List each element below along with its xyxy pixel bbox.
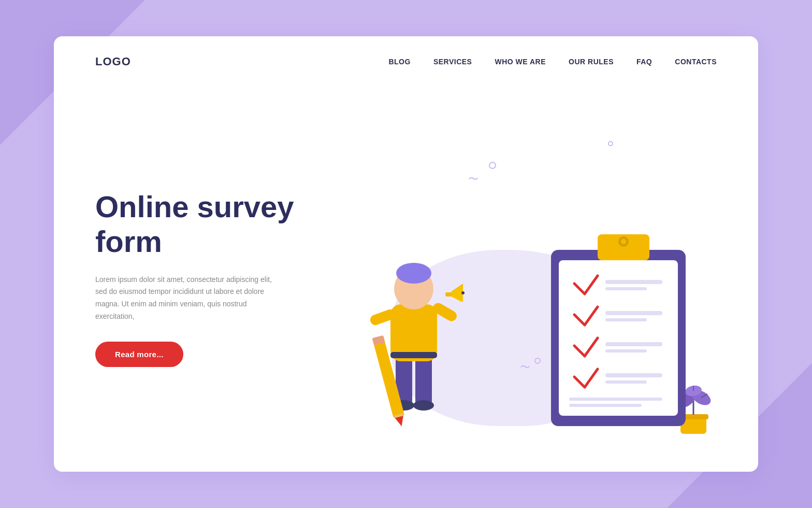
nav-link-faq[interactable]: FAQ bbox=[636, 58, 652, 66]
svg-point-12 bbox=[461, 291, 465, 294]
person-illustration bbox=[354, 211, 468, 429]
nav-item-blog[interactable]: BLOG bbox=[388, 57, 410, 66]
hero-title: Online survey form bbox=[95, 190, 313, 259]
svg-rect-31 bbox=[569, 398, 662, 401]
navbar: LOGO BLOG SERVICES WHO WE ARE OUR RULES … bbox=[54, 36, 758, 68]
svg-rect-29 bbox=[605, 373, 662, 377]
nav-item-our-rules[interactable]: OUR RULES bbox=[569, 57, 614, 66]
deco-circle-2 bbox=[608, 141, 613, 146]
logo: LOGO bbox=[95, 55, 131, 68]
main-card: LOGO BLOG SERVICES WHO WE ARE OUR RULES … bbox=[54, 36, 758, 472]
deco-wave-1: 〜 bbox=[468, 172, 479, 186]
nav-link-who-we-are[interactable]: WHO WE ARE bbox=[495, 58, 546, 66]
svg-rect-32 bbox=[569, 404, 642, 407]
hero-illustration: 〜 〜 bbox=[313, 100, 717, 457]
svg-marker-11 bbox=[452, 286, 463, 302]
nav-link-our-rules[interactable]: OUR RULES bbox=[569, 58, 614, 66]
read-more-button[interactable]: Read more... bbox=[95, 342, 183, 367]
nav-links: BLOG SERVICES WHO WE ARE OUR RULES FAQ C… bbox=[388, 57, 717, 66]
clipboard-illustration bbox=[546, 219, 701, 436]
svg-rect-25 bbox=[605, 311, 662, 315]
deco-circle-1 bbox=[489, 162, 496, 169]
nav-link-blog[interactable]: BLOG bbox=[388, 58, 410, 66]
hero-description: Lorem ipsum dolor sit amet, consectetur … bbox=[95, 274, 282, 323]
deco-wave-2: 〜 bbox=[520, 360, 530, 374]
svg-rect-27 bbox=[605, 342, 662, 346]
svg-rect-26 bbox=[605, 318, 647, 321]
svg-rect-24 bbox=[605, 287, 647, 290]
svg-point-6 bbox=[396, 263, 431, 284]
nav-link-services[interactable]: SERVICES bbox=[433, 58, 472, 66]
deco-circle-3 bbox=[534, 358, 541, 364]
svg-rect-30 bbox=[605, 380, 647, 384]
hero-text: Online survey form Lorem ipsum dolor sit… bbox=[95, 190, 313, 367]
svg-rect-17 bbox=[390, 352, 437, 358]
nav-item-faq[interactable]: FAQ bbox=[636, 57, 652, 66]
nav-item-who-we-are[interactable]: WHO WE ARE bbox=[495, 57, 546, 66]
svg-rect-23 bbox=[605, 280, 662, 284]
hero-section: Online survey form Lorem ipsum dolor sit… bbox=[54, 68, 758, 457]
svg-point-22 bbox=[621, 239, 626, 244]
svg-rect-28 bbox=[605, 349, 647, 352]
svg-point-3 bbox=[413, 400, 434, 411]
nav-link-contacts[interactable]: CONTACTS bbox=[675, 58, 717, 66]
nav-item-contacts[interactable]: CONTACTS bbox=[675, 57, 717, 66]
nav-item-services[interactable]: SERVICES bbox=[433, 57, 472, 66]
